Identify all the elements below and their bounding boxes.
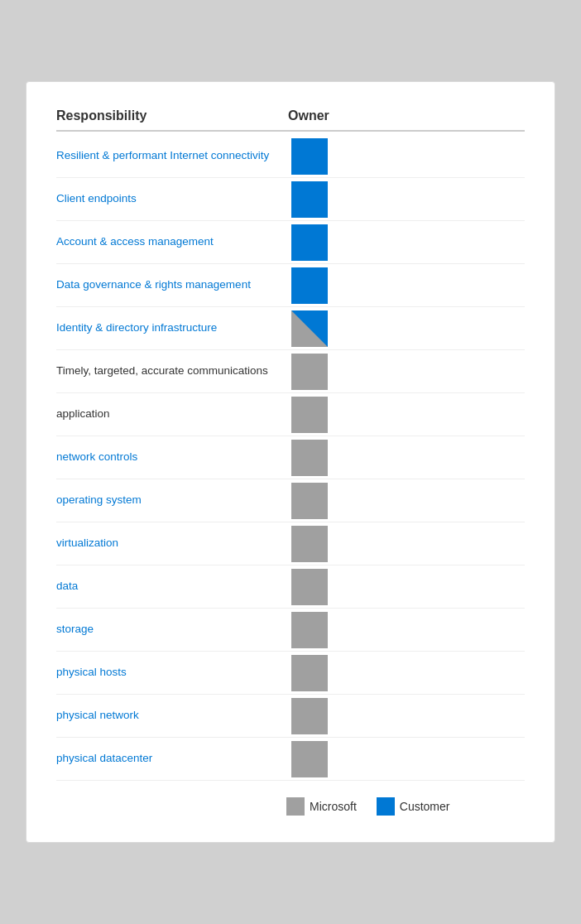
table-row: Timely, targeted, accurate communication… [56, 350, 525, 393]
owner-cell [288, 655, 331, 691]
legend-customer-label: Customer [400, 800, 450, 813]
header-responsibility: Responsibility [56, 108, 288, 123]
owner-cell [288, 267, 331, 304]
owner-box-gray [291, 397, 328, 433]
table-row: Client endpoints [56, 178, 525, 221]
owner-box-blue [291, 181, 328, 218]
table-row: virtualization [56, 522, 525, 565]
owner-box-gray [291, 526, 328, 562]
owner-box-gray [291, 655, 328, 691]
legend-customer-box [377, 797, 395, 816]
row-label: physical network [56, 701, 288, 730]
owner-cell [288, 354, 331, 390]
owner-cell [288, 698, 331, 734]
owner-cell [288, 569, 331, 605]
owner-box-gray [291, 612, 328, 648]
table-row: Resilient & performant Internet connecti… [56, 135, 525, 178]
table-row: Data governance & rights management [56, 264, 525, 307]
row-label: Identity & directory infrastructure [56, 314, 288, 343]
table-row: physical datacenter [56, 738, 525, 781]
owner-box-blue [291, 224, 328, 261]
owner-box-gray [291, 569, 328, 605]
table-header: Responsibility Owner [56, 108, 525, 132]
owner-cell [288, 310, 331, 347]
header-owner: Owner [288, 108, 329, 123]
row-label: Resilient & performant Internet connecti… [56, 142, 288, 171]
legend-microsoft-box [286, 797, 305, 816]
owner-cell [288, 224, 331, 261]
table-row: storage [56, 609, 525, 652]
owner-cell [288, 440, 331, 476]
row-label: data [56, 572, 288, 601]
owner-box-blue [291, 267, 328, 304]
row-label: virtualization [56, 529, 288, 558]
table-row: data [56, 565, 525, 609]
row-label: physical hosts [56, 658, 288, 687]
owner-cell [288, 612, 331, 648]
owner-box-gray [291, 698, 328, 734]
owner-box-blue [291, 138, 328, 175]
row-label: physical datacenter [56, 744, 288, 773]
owner-cell [288, 483, 331, 519]
table-row: Account & access management [56, 221, 525, 264]
row-label: Data governance & rights management [56, 271, 288, 300]
table-row: physical network [56, 695, 525, 738]
row-label: Client endpoints [56, 185, 288, 214]
table-body: Resilient & performant Internet connecti… [56, 135, 525, 781]
owner-cell [288, 397, 331, 433]
legend-microsoft: Microsoft [286, 797, 357, 816]
table-row: Identity & directory infrastructure [56, 307, 525, 350]
row-label: network controls [56, 443, 288, 472]
legend: Microsoft Customer [56, 797, 525, 816]
owner-cell [288, 138, 331, 175]
table-row: operating system [56, 479, 525, 522]
row-label: Account & access management [56, 228, 288, 257]
table-row: application [56, 393, 525, 436]
owner-box-gray [291, 741, 328, 777]
row-label: storage [56, 615, 288, 644]
owner-cell [288, 741, 331, 777]
legend-microsoft-label: Microsoft [310, 800, 357, 813]
table-row: network controls [56, 436, 525, 479]
owner-box-gray [291, 483, 328, 519]
row-label: operating system [56, 486, 288, 515]
owner-cell [288, 526, 331, 562]
owner-box-gray [291, 440, 328, 476]
owner-box-gray [291, 354, 328, 390]
row-label: Timely, targeted, accurate communication… [56, 357, 288, 386]
owner-box-split [291, 310, 328, 347]
row-label: application [56, 400, 288, 429]
legend-customer: Customer [377, 797, 450, 816]
card: Responsibility Owner Resilient & perform… [26, 81, 555, 843]
owner-cell [288, 181, 331, 218]
table-row: physical hosts [56, 652, 525, 695]
